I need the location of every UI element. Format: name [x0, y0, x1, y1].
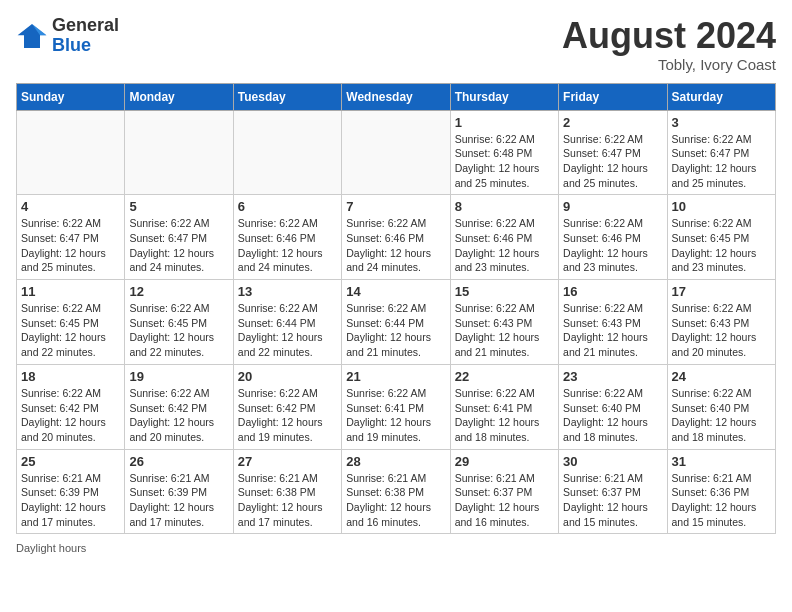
calendar-week-row: 1Sunrise: 6:22 AM Sunset: 6:48 PM Daylig…	[17, 110, 776, 195]
calendar-cell	[17, 110, 125, 195]
calendar-cell: 31Sunrise: 6:21 AM Sunset: 6:36 PM Dayli…	[667, 449, 775, 534]
day-info: Sunrise: 6:21 AM Sunset: 6:38 PM Dayligh…	[238, 471, 337, 530]
day-info: Sunrise: 6:22 AM Sunset: 6:40 PM Dayligh…	[563, 386, 662, 445]
day-info: Sunrise: 6:22 AM Sunset: 6:45 PM Dayligh…	[21, 301, 120, 360]
day-number: 12	[129, 284, 228, 299]
calendar-cell: 18Sunrise: 6:22 AM Sunset: 6:42 PM Dayli…	[17, 364, 125, 449]
calendar-cell	[342, 110, 450, 195]
day-number: 8	[455, 199, 554, 214]
calendar-cell: 21Sunrise: 6:22 AM Sunset: 6:41 PM Dayli…	[342, 364, 450, 449]
day-info: Sunrise: 6:22 AM Sunset: 6:47 PM Dayligh…	[21, 216, 120, 275]
logo-blue: Blue	[52, 36, 119, 56]
calendar-week-row: 25Sunrise: 6:21 AM Sunset: 6:39 PM Dayli…	[17, 449, 776, 534]
svg-marker-0	[18, 24, 47, 48]
calendar-cell: 6Sunrise: 6:22 AM Sunset: 6:46 PM Daylig…	[233, 195, 341, 280]
day-number: 28	[346, 454, 445, 469]
page-header: General Blue August 2024 Tobly, Ivory Co…	[16, 16, 776, 73]
day-number: 4	[21, 199, 120, 214]
day-info: Sunrise: 6:22 AM Sunset: 6:46 PM Dayligh…	[238, 216, 337, 275]
day-info: Sunrise: 6:21 AM Sunset: 6:39 PM Dayligh…	[21, 471, 120, 530]
calendar-cell: 11Sunrise: 6:22 AM Sunset: 6:45 PM Dayli…	[17, 280, 125, 365]
day-info: Sunrise: 6:22 AM Sunset: 6:46 PM Dayligh…	[346, 216, 445, 275]
calendar-day-header: Monday	[125, 83, 233, 110]
day-info: Sunrise: 6:22 AM Sunset: 6:45 PM Dayligh…	[672, 216, 771, 275]
calendar-cell: 4Sunrise: 6:22 AM Sunset: 6:47 PM Daylig…	[17, 195, 125, 280]
day-info: Sunrise: 6:21 AM Sunset: 6:38 PM Dayligh…	[346, 471, 445, 530]
day-number: 11	[21, 284, 120, 299]
day-info: Sunrise: 6:22 AM Sunset: 6:43 PM Dayligh…	[455, 301, 554, 360]
day-number: 31	[672, 454, 771, 469]
day-info: Sunrise: 6:21 AM Sunset: 6:39 PM Dayligh…	[129, 471, 228, 530]
calendar-cell: 17Sunrise: 6:22 AM Sunset: 6:43 PM Dayli…	[667, 280, 775, 365]
calendar-week-row: 11Sunrise: 6:22 AM Sunset: 6:45 PM Dayli…	[17, 280, 776, 365]
calendar-table: SundayMondayTuesdayWednesdayThursdayFrid…	[16, 83, 776, 535]
day-number: 10	[672, 199, 771, 214]
calendar-week-row: 4Sunrise: 6:22 AM Sunset: 6:47 PM Daylig…	[17, 195, 776, 280]
calendar-cell: 26Sunrise: 6:21 AM Sunset: 6:39 PM Dayli…	[125, 449, 233, 534]
calendar-cell: 14Sunrise: 6:22 AM Sunset: 6:44 PM Dayli…	[342, 280, 450, 365]
calendar-day-header: Thursday	[450, 83, 558, 110]
calendar-cell: 15Sunrise: 6:22 AM Sunset: 6:43 PM Dayli…	[450, 280, 558, 365]
calendar-cell: 30Sunrise: 6:21 AM Sunset: 6:37 PM Dayli…	[559, 449, 667, 534]
day-number: 29	[455, 454, 554, 469]
day-info: Sunrise: 6:22 AM Sunset: 6:42 PM Dayligh…	[21, 386, 120, 445]
calendar-day-header: Friday	[559, 83, 667, 110]
day-number: 21	[346, 369, 445, 384]
daylight-hours-label: Daylight hours	[16, 542, 86, 554]
day-number: 7	[346, 199, 445, 214]
day-info: Sunrise: 6:22 AM Sunset: 6:43 PM Dayligh…	[563, 301, 662, 360]
calendar-week-row: 18Sunrise: 6:22 AM Sunset: 6:42 PM Dayli…	[17, 364, 776, 449]
day-info: Sunrise: 6:22 AM Sunset: 6:47 PM Dayligh…	[672, 132, 771, 191]
day-number: 13	[238, 284, 337, 299]
month-year-title: August 2024	[562, 16, 776, 56]
logo: General Blue	[16, 16, 119, 56]
calendar-cell	[125, 110, 233, 195]
day-number: 1	[455, 115, 554, 130]
location-subtitle: Tobly, Ivory Coast	[562, 56, 776, 73]
day-info: Sunrise: 6:21 AM Sunset: 6:36 PM Dayligh…	[672, 471, 771, 530]
day-info: Sunrise: 6:22 AM Sunset: 6:42 PM Dayligh…	[129, 386, 228, 445]
day-info: Sunrise: 6:21 AM Sunset: 6:37 PM Dayligh…	[455, 471, 554, 530]
calendar-day-header: Wednesday	[342, 83, 450, 110]
day-info: Sunrise: 6:22 AM Sunset: 6:46 PM Dayligh…	[563, 216, 662, 275]
calendar-header-row: SundayMondayTuesdayWednesdayThursdayFrid…	[17, 83, 776, 110]
calendar-cell: 12Sunrise: 6:22 AM Sunset: 6:45 PM Dayli…	[125, 280, 233, 365]
calendar-cell: 28Sunrise: 6:21 AM Sunset: 6:38 PM Dayli…	[342, 449, 450, 534]
day-info: Sunrise: 6:22 AM Sunset: 6:48 PM Dayligh…	[455, 132, 554, 191]
logo-general: General	[52, 16, 119, 36]
calendar-cell: 10Sunrise: 6:22 AM Sunset: 6:45 PM Dayli…	[667, 195, 775, 280]
calendar-day-header: Sunday	[17, 83, 125, 110]
day-info: Sunrise: 6:22 AM Sunset: 6:46 PM Dayligh…	[455, 216, 554, 275]
calendar-cell	[233, 110, 341, 195]
footer-note: Daylight hours	[16, 542, 776, 554]
calendar-day-header: Tuesday	[233, 83, 341, 110]
calendar-cell: 7Sunrise: 6:22 AM Sunset: 6:46 PM Daylig…	[342, 195, 450, 280]
day-number: 6	[238, 199, 337, 214]
day-info: Sunrise: 6:22 AM Sunset: 6:42 PM Dayligh…	[238, 386, 337, 445]
day-info: Sunrise: 6:22 AM Sunset: 6:43 PM Dayligh…	[672, 301, 771, 360]
title-area: August 2024 Tobly, Ivory Coast	[562, 16, 776, 73]
calendar-cell: 1Sunrise: 6:22 AM Sunset: 6:48 PM Daylig…	[450, 110, 558, 195]
day-number: 23	[563, 369, 662, 384]
day-number: 17	[672, 284, 771, 299]
day-number: 2	[563, 115, 662, 130]
day-number: 22	[455, 369, 554, 384]
day-number: 5	[129, 199, 228, 214]
day-number: 3	[672, 115, 771, 130]
day-number: 9	[563, 199, 662, 214]
day-info: Sunrise: 6:22 AM Sunset: 6:44 PM Dayligh…	[346, 301, 445, 360]
calendar-cell: 8Sunrise: 6:22 AM Sunset: 6:46 PM Daylig…	[450, 195, 558, 280]
calendar-cell: 22Sunrise: 6:22 AM Sunset: 6:41 PM Dayli…	[450, 364, 558, 449]
day-info: Sunrise: 6:22 AM Sunset: 6:45 PM Dayligh…	[129, 301, 228, 360]
day-number: 25	[21, 454, 120, 469]
calendar-cell: 9Sunrise: 6:22 AM Sunset: 6:46 PM Daylig…	[559, 195, 667, 280]
day-number: 24	[672, 369, 771, 384]
day-number: 20	[238, 369, 337, 384]
day-number: 27	[238, 454, 337, 469]
day-number: 30	[563, 454, 662, 469]
calendar-cell: 13Sunrise: 6:22 AM Sunset: 6:44 PM Dayli…	[233, 280, 341, 365]
calendar-cell: 19Sunrise: 6:22 AM Sunset: 6:42 PM Dayli…	[125, 364, 233, 449]
day-number: 16	[563, 284, 662, 299]
day-info: Sunrise: 6:22 AM Sunset: 6:41 PM Dayligh…	[346, 386, 445, 445]
calendar-cell: 23Sunrise: 6:22 AM Sunset: 6:40 PM Dayli…	[559, 364, 667, 449]
